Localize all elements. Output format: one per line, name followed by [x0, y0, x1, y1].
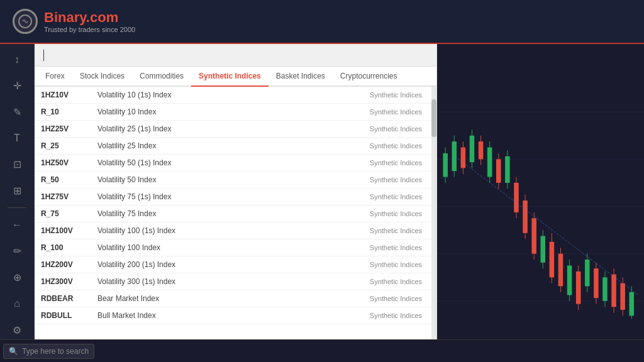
- market-symbol: 1HZ200V: [41, 260, 97, 269]
- market-name: Bear Market Index: [97, 294, 370, 303]
- market-list: 1HZ10V Volatility 10 (1s) Index Syntheti…: [35, 87, 431, 339]
- market-symbol: R_75: [41, 209, 97, 218]
- grid-icon[interactable]: ⊞: [7, 182, 27, 200]
- market-symbol: R_25: [41, 141, 97, 150]
- market-row[interactable]: 1HZ50V Volatility 50 (1s) Index Syntheti…: [35, 155, 431, 172]
- market-symbol: 1HZ25V: [41, 124, 97, 133]
- settings-icon[interactable]: ⚙: [7, 321, 27, 339]
- market-symbol: 1HZ100V: [41, 226, 97, 235]
- market-category: Synthetic Indices: [370, 210, 425, 217]
- market-name: Volatility 75 Index: [97, 209, 370, 218]
- market-symbol: RDBEAR: [41, 294, 97, 303]
- market-category: Synthetic Indices: [370, 159, 425, 167]
- market-symbol: RDBULL: [41, 311, 97, 320]
- logo-brand: Binary.com: [44, 9, 135, 26]
- measure-icon[interactable]: ⊡: [7, 155, 27, 174]
- zoom-icon[interactable]: ⊕: [7, 268, 27, 287]
- market-category: Synthetic Indices: [370, 312, 425, 319]
- home-icon[interactable]: ⌂: [7, 295, 27, 314]
- market-symbol: 1HZ50V: [41, 158, 97, 167]
- market-category: Synthetic Indices: [370, 142, 425, 150]
- market-category: Synthetic Indices: [370, 108, 425, 116]
- tab-bar: Forex Stock Indices Commodities Syntheti…: [35, 67, 436, 87]
- tab-synthetic-indices[interactable]: Synthetic Indices: [191, 67, 269, 87]
- logo-tagline: Trusted by traders since 2000: [44, 26, 135, 33]
- header: Binary.com Trusted by traders since 2000: [0, 0, 644, 44]
- search-cursor: [43, 50, 44, 61]
- market-category: Synthetic Indices: [370, 125, 425, 133]
- market-name: Volatility 100 Index: [97, 243, 370, 252]
- market-category: Synthetic Indices: [370, 295, 425, 302]
- market-category: Synthetic Indices: [370, 261, 425, 268]
- search-icon: 🔍: [9, 347, 18, 356]
- market-name: Volatility 100 (1s) Index: [97, 226, 370, 235]
- pencil-icon[interactable]: ✎: [7, 102, 27, 121]
- market-row[interactable]: 1HZ25V Volatility 25 (1s) Index Syntheti…: [35, 121, 431, 138]
- market-name: Bull Market Index: [97, 311, 370, 320]
- tab-basket-indices[interactable]: Basket Indices: [269, 67, 333, 87]
- market-row[interactable]: R_25 Volatility 25 Index Synthetic Indic…: [35, 138, 431, 155]
- taskbar: 🔍 Type here to search: [0, 339, 644, 362]
- market-row[interactable]: 1HZ75V Volatility 75 (1s) Index Syntheti…: [35, 189, 431, 206]
- text-icon[interactable]: T: [7, 129, 27, 148]
- market-row[interactable]: 1HZ300V Volatility 300 (1s) Index Synthe…: [35, 273, 431, 290]
- market-category: Synthetic Indices: [370, 193, 425, 200]
- market-row[interactable]: 1HZ100V Volatility 100 (1s) Index Synthe…: [35, 222, 431, 239]
- back-icon[interactable]: ←: [7, 216, 27, 234]
- logo-text: Binary.com Trusted by traders since 2000: [44, 9, 135, 33]
- market-row[interactable]: R_10 Volatility 10 Index Synthetic Indic…: [35, 104, 431, 121]
- market-row[interactable]: 1HZ10V Volatility 10 (1s) Index Syntheti…: [35, 87, 431, 104]
- market-name: Volatility 50 Index: [97, 175, 370, 184]
- market-name: Volatility 300 (1s) Index: [97, 277, 370, 286]
- market-name: Volatility 50 (1s) Index: [97, 158, 370, 167]
- scrollbar-thumb[interactable]: [431, 99, 436, 137]
- logo-icon: [13, 9, 38, 34]
- market-symbol: 1HZ300V: [41, 277, 97, 286]
- content-area: Forex Stock Indices Commodities Syntheti…: [35, 44, 644, 339]
- market-row[interactable]: R_100 Volatility 100 Index Synthetic Ind…: [35, 239, 431, 256]
- market-name: Volatility 10 Index: [97, 107, 370, 116]
- market-symbol: R_50: [41, 175, 97, 184]
- tab-commodities[interactable]: Commodities: [132, 67, 191, 87]
- taskbar-search[interactable]: 🔍 Type here to search: [3, 344, 94, 359]
- market-name: Volatility 25 (1s) Index: [97, 124, 370, 133]
- market-name: Volatility 10 (1s) Index: [97, 90, 370, 99]
- scrollbar[interactable]: [431, 87, 436, 339]
- tag-icon[interactable]: ✏: [7, 242, 27, 261]
- market-row[interactable]: RDBEAR Bear Market Index Synthetic Indic…: [35, 290, 431, 307]
- crosshair-icon[interactable]: ✛: [7, 77, 27, 96]
- market-list-container: 1HZ10V Volatility 10 (1s) Index Syntheti…: [35, 87, 436, 339]
- market-row[interactable]: R_75 Volatility 75 Index Synthetic Indic…: [35, 206, 431, 222]
- market-category: Synthetic Indices: [370, 278, 425, 285]
- toolbar-divider: [8, 207, 26, 208]
- market-category: Synthetic Indices: [370, 244, 425, 251]
- market-category: Synthetic Indices: [370, 176, 425, 184]
- market-symbol: 1HZ10V: [41, 90, 97, 99]
- taskbar-search-label[interactable]: Type here to search: [22, 347, 89, 356]
- market-panel: Forex Stock Indices Commodities Syntheti…: [35, 44, 437, 339]
- market-name: Volatility 75 (1s) Index: [97, 192, 370, 201]
- search-bar: [35, 44, 436, 67]
- market-name: Volatility 25 Index: [97, 141, 370, 150]
- market-symbol: 1HZ75V: [41, 192, 97, 201]
- market-category: Synthetic Indices: [370, 91, 425, 99]
- market-row[interactable]: RDBULL Bull Market Index Synthetic Indic…: [35, 307, 431, 324]
- tab-forex[interactable]: Forex: [38, 67, 72, 87]
- market-symbol: R_10: [41, 107, 97, 116]
- market-row[interactable]: 1HZ200V Volatility 200 (1s) Index Synthe…: [35, 256, 431, 273]
- market-row[interactable]: R_50 Volatility 50 Index Synthetic Indic…: [35, 172, 431, 189]
- cursor-icon[interactable]: ↕: [7, 50, 27, 69]
- market-name: Volatility 200 (1s) Index: [97, 260, 370, 269]
- tab-cryptocurrencies[interactable]: Cryptocurrencies: [333, 67, 405, 87]
- market-symbol: R_100: [41, 243, 97, 252]
- tab-stock-indices[interactable]: Stock Indices: [72, 67, 132, 87]
- toolbar: ↕ ✛ ✎ T ⊡ ⊞ ← ✏ ⊕ ⌂ ⚙: [0, 44, 35, 339]
- main-container: ↕ ✛ ✎ T ⊡ ⊞ ← ✏ ⊕ ⌂ ⚙ Forex Stock Indice…: [0, 44, 644, 339]
- candlestick-chart: [437, 44, 644, 339]
- market-category: Synthetic Indices: [370, 227, 425, 234]
- chart-area: [437, 44, 644, 339]
